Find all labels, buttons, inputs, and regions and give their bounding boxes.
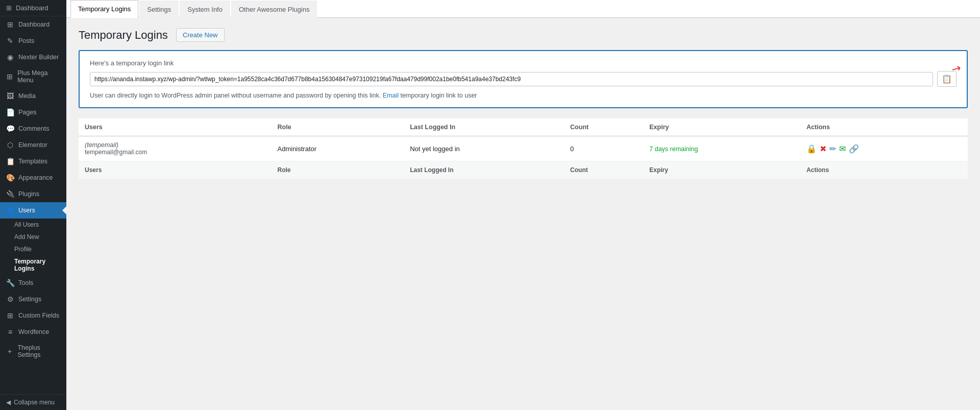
email-link[interactable]: Email [383,92,399,99]
plugins-icon: 🔌 [6,190,14,198]
content-area: Temporary Logins Create New Here's a tem… [66,18,980,410]
sidebar-item-label: Elementor [18,141,47,149]
sidebar: ⊞ Dashboard ⊞ Dashboard ✎ Posts ◉ Nexter… [0,0,66,410]
sidebar-item-label: Plus Mega Menu [17,69,60,84]
second-col-actions: Actions [800,161,968,179]
cell-role: Administrator [272,136,404,161]
sidebar-item-appearance[interactable]: 🎨 Appearance [0,170,66,186]
active-arrow [62,206,66,214]
sidebar-item-plus-mega-menu[interactable]: ⊞ Plus Mega Menu [0,65,66,88]
col-expiry: Expiry [643,118,800,136]
col-role: Role [272,118,404,136]
tabs-bar: Temporary Logins Settings System Info Ot… [66,0,980,18]
sidebar-logo-label: Dashboard [16,4,48,12]
sidebar-item-label: Settings [18,296,41,303]
sidebar-item-label: Templates [18,158,47,165]
action-lock-icon[interactable]: 🔒 [806,144,817,154]
second-col-count: Count [564,161,643,179]
collapse-menu-button[interactable]: ◀ Collapse menu [0,394,66,410]
sidebar-item-users[interactable]: 👤 Users [0,202,66,219]
cell-expiry: 7 days remaining [643,136,800,161]
sidebar-item-custom-fields[interactable]: ⊞ Custom Fields [0,307,66,324]
sidebar-item-settings[interactable]: ⚙ Settings [0,291,66,307]
second-col-users: Users [79,161,272,179]
action-delete-icon[interactable]: ✖ [820,144,826,154]
sidebar-item-label: Appearance [18,174,53,181]
sidebar-sub-item-temporary-logins[interactable]: Temporary Logins [0,255,66,275]
comments-icon: 💬 [6,125,14,133]
col-actions: Actions [800,118,968,136]
elementor-icon: ⬡ [6,141,14,149]
sidebar-item-label: Wordfence [18,328,49,335]
user-email: tempemail@gmail.com [85,149,265,156]
notice-label: Here's a temporary login link [90,59,957,67]
tab-settings[interactable]: Settings [139,1,179,18]
action-edit-icon[interactable]: ✏ [829,144,836,154]
sidebar-item-tools[interactable]: 🔧 Tools [0,275,66,291]
sidebar-item-label: Plugins [18,190,39,198]
tab-system-info[interactable]: System Info [180,1,230,18]
templates-icon: 📋 [6,157,14,165]
plus-mega-menu-icon: ⊞ [6,73,13,81]
sidebar-item-label: Posts [18,37,34,44]
nexter-builder-icon: ◉ [6,53,14,61]
sidebar-logo[interactable]: ⊞ Dashboard [0,0,66,16]
sidebar-item-templates[interactable]: 📋 Templates [0,153,66,170]
sidebar-item-label: Tools [18,279,33,286]
create-new-button[interactable]: Create New [176,28,225,42]
second-col-expiry: Expiry [643,161,800,179]
sidebar-item-plugins[interactable]: 🔌 Plugins [0,186,66,202]
pages-icon: 📄 [6,108,14,116]
appearance-icon: 🎨 [6,174,14,182]
action-email-icon[interactable]: ✉ [839,144,846,154]
sidebar-item-label: Pages [18,109,36,116]
second-col-last-logged-in: Last Logged In [404,161,564,179]
copy-icon: 📋 [942,75,952,83]
cell-actions: 🔒 ✖ ✏ ✉ 🔗 [800,136,968,161]
main-content: Temporary Logins Settings System Info Ot… [66,0,980,410]
col-users: Users [79,118,272,136]
cell-count: 0 [564,136,643,161]
action-link-icon[interactable]: 🔗 [849,144,859,154]
sidebar-item-pages[interactable]: 📄 Pages [0,104,66,120]
sidebar-item-wordfence[interactable]: ≡ Wordfence [0,324,66,340]
tab-other-awesome-plugins[interactable]: Other Awesome Plugins [231,1,317,18]
sidebar-item-label: Comments [18,125,49,132]
sidebar-sub-item-profile[interactable]: Profile [0,243,66,255]
dashboard-icon: ⊞ [6,20,14,29]
temp-login-url-input[interactable] [90,72,933,86]
settings-icon: ⚙ [6,295,14,303]
user-display-name: (tempemail) [85,141,265,149]
sidebar-item-label: Theplus Settings [17,344,60,358]
col-count: Count [564,118,643,136]
copy-button-area: 📋 ↗ [937,71,957,87]
page-title: Temporary Logins [79,29,168,42]
collapse-icon: ◀ [6,399,11,406]
tools-icon: 🔧 [6,279,14,287]
table-header-row: Users Role Last Logged In Count Expiry A… [79,118,968,136]
sidebar-item-elementor[interactable]: ⬡ Elementor [0,137,66,153]
notice-text: User can directly login to WordPress adm… [90,92,957,99]
sidebar-item-theplus-settings[interactable]: + Theplus Settings [0,340,66,363]
sidebar-item-posts[interactable]: ✎ Posts [0,33,66,49]
media-icon: 🖼 [6,92,14,100]
col-last-logged-in: Last Logged In [404,118,564,136]
sidebar-item-dashboard[interactable]: ⊞ Dashboard [0,16,66,33]
table-second-header-row: Users Role Last Logged In Count Expiry A… [79,161,968,179]
sidebar-item-media[interactable]: 🖼 Media [0,88,66,104]
posts-icon: ✎ [6,37,14,45]
sidebar-sub-item-all-users[interactable]: All Users [0,219,66,231]
notice-box: Here's a temporary login link 📋 ↗ User c… [79,50,968,108]
sidebar-item-comments[interactable]: 💬 Comments [0,120,66,137]
expiry-badge: 7 days remaining [649,146,698,153]
wordpress-icon: ⊞ [6,4,12,12]
tab-temporary-logins[interactable]: Temporary Logins [70,0,138,18]
collapse-label: Collapse menu [14,399,55,406]
sidebar-item-nexter-builder[interactable]: ◉ Nexter Builder [0,49,66,65]
custom-fields-icon: ⊞ [6,311,14,320]
second-col-role: Role [272,161,404,179]
sidebar-item-label: Users [18,207,35,214]
sidebar-sub-item-add-new[interactable]: Add New [0,231,66,243]
wordfence-icon: ≡ [6,328,14,336]
cell-last-logged-in: Not yet logged in [404,136,564,161]
